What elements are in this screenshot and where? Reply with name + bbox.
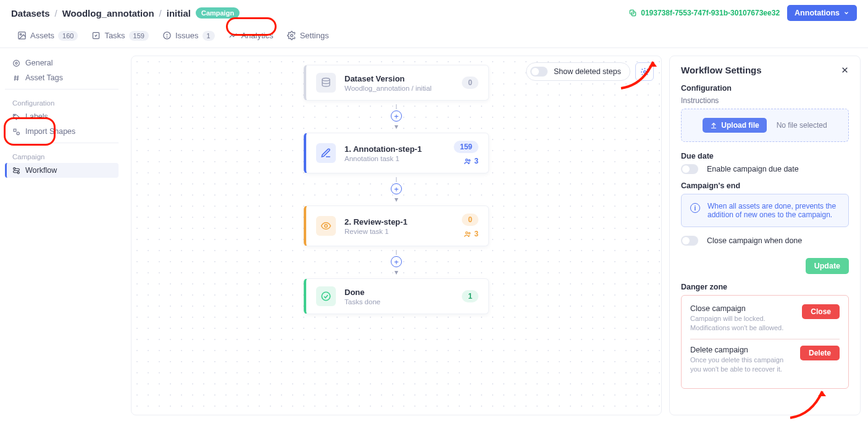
tab-count: 1 [202, 31, 215, 41]
workflow-icon [12, 167, 20, 175]
sidebar-item-import-shapes[interactable]: Import Shapes [5, 124, 119, 139]
breadcrumb: Datasets / Woodlog_annotation / initial … [11, 7, 240, 19]
people-count: 3 [474, 157, 478, 165]
shapes-icon [12, 128, 20, 136]
tabs-row: Assets 160 Tasks 159 Issues 1 Analytics … [0, 23, 868, 48]
tab-issues[interactable]: Issues 1 [156, 23, 221, 48]
tab-label: Assets [30, 31, 54, 40]
sidebar-item-label: Asset Tags [25, 73, 63, 82]
card-count: 0 [462, 214, 478, 226]
card-subtitle: Review task 1 [344, 228, 448, 235]
connector-line [396, 250, 397, 255]
copy-id-link[interactable]: 0193738f-7553-747f-931b-30107673ee32 [628, 9, 780, 17]
workflow-card-annotation[interactable]: 1. Annotation-step-1 Annotation task 1 1… [304, 133, 489, 173]
users-icon [464, 230, 472, 238]
divider [5, 89, 119, 89]
arrow-down-icon: ▾ [394, 196, 398, 203]
sidebar-item-labels[interactable]: Labels [5, 109, 119, 124]
svg-point-25 [466, 231, 468, 233]
close-campaign-button[interactable]: Close [802, 304, 840, 319]
workflow-settings-button[interactable] [635, 62, 654, 81]
show-deleted-steps-toggle[interactable]: Show deleted steps [526, 62, 630, 81]
arrow-down-icon: ▾ [394, 268, 398, 276]
svg-point-27 [322, 292, 330, 301]
tasks-icon [91, 31, 101, 40]
sidebar-group-config: Configuration [5, 93, 119, 109]
toggle-label: Enable campaign due date [707, 165, 799, 173]
delete-campaign-button[interactable]: Delete [800, 346, 840, 360]
close-campaign-title: Close campaign [690, 304, 795, 313]
breadcrumb-stage[interactable]: initial [167, 8, 191, 19]
sidebar-item-asset-tags[interactable]: Asset Tags [5, 70, 119, 85]
card-count: 159 [454, 141, 478, 153]
settings-sidebar: General Asset Tags Configuration Labels … [0, 48, 123, 423]
svg-point-17 [17, 132, 19, 135]
card-title: 1. Annotation-step-1 [344, 144, 445, 154]
add-step-button[interactable]: + [391, 183, 402, 194]
campaign-chip: Campaign [196, 7, 240, 19]
workflow-canvas[interactable]: Show deleted steps Dataset Version Woodl… [131, 56, 662, 415]
svg-point-22 [466, 159, 468, 160]
breadcrumb-project[interactable]: Woodlog_annotation [62, 8, 154, 19]
card-subtitle: Annotation task 1 [344, 155, 445, 162]
campaign-end-info: i When all assets are done, prevents the… [681, 194, 849, 227]
upload-file-label: Upload file [721, 121, 759, 130]
add-step-button[interactable]: + [391, 110, 402, 122]
tab-count: 159 [129, 31, 149, 41]
card-count: 0 [462, 77, 478, 89]
tag-icon [12, 113, 20, 121]
svg-point-19 [17, 172, 19, 173]
breadcrumb-root[interactable]: Datasets [11, 8, 50, 19]
add-step-button[interactable]: + [391, 256, 402, 267]
copy-id-text: 0193738f-7553-747f-931b-30107673ee32 [641, 9, 780, 17]
toggle-switch[interactable] [530, 67, 548, 77]
workflow-card-done[interactable]: Done Tasks done 1 [304, 278, 489, 314]
tab-assets[interactable]: Assets 160 [11, 23, 84, 48]
divider [5, 143, 119, 143]
connector-line [396, 177, 397, 182]
people-count: 3 [474, 230, 478, 238]
tab-label: Issues [175, 31, 199, 40]
card-title: Done [344, 288, 448, 297]
svg-point-7 [167, 37, 167, 38]
no-file-text: No file selected [777, 121, 827, 130]
close-campaign-desc: Campaign will be locked. Modifications w… [690, 314, 795, 333]
upload-dropzone[interactable]: Upload file No file selected [681, 109, 849, 142]
card-title: Dataset Version [344, 74, 448, 83]
tab-tasks[interactable]: Tasks 159 [85, 23, 155, 48]
workflow-card-review[interactable]: 2. Review-step-1 Review task 1 0 3 [304, 206, 489, 246]
enable-due-date-toggle[interactable] [681, 164, 698, 174]
tab-label: Tasks [104, 31, 125, 40]
update-button[interactable]: Update [806, 258, 849, 274]
section-configuration: Configuration [681, 84, 849, 93]
card-people: 3 [464, 157, 478, 165]
tab-count: 160 [58, 31, 78, 41]
close-when-done-toggle[interactable] [681, 236, 698, 246]
gear-icon [12, 59, 20, 67]
upload-icon [710, 122, 717, 129]
svg-point-21 [322, 78, 330, 81]
sidebar-item-label: Import Shapes [25, 127, 75, 136]
card-count: 1 [462, 290, 478, 302]
tab-analytics[interactable]: Analytics [222, 23, 280, 48]
edit-icon [316, 143, 336, 163]
upload-file-button[interactable]: Upload file [703, 118, 766, 133]
svg-point-18 [14, 167, 15, 169]
svg-point-26 [469, 232, 470, 234]
workflow-card-dataset[interactable]: Dataset Version Woodlog_annotation / ini… [304, 65, 489, 101]
svg-point-24 [325, 225, 328, 228]
database-icon [316, 73, 336, 93]
section-campaign-end: Campaign's end [681, 181, 849, 190]
svg-rect-16 [14, 129, 16, 131]
svg-point-15 [14, 114, 15, 115]
tab-settings[interactable]: Settings [281, 23, 335, 48]
sidebar-item-general[interactable]: General [5, 56, 119, 70]
sidebar-item-workflow[interactable]: Workflow [5, 163, 119, 178]
copy-icon [628, 9, 637, 17]
close-panel-button[interactable] [841, 66, 849, 74]
hash-icon [12, 74, 20, 82]
toggle-label: Show deleted steps [554, 67, 621, 76]
section-danger: Danger zone [681, 283, 849, 291]
svg-point-23 [469, 159, 470, 161]
annotations-button[interactable]: Annotations [787, 5, 857, 21]
